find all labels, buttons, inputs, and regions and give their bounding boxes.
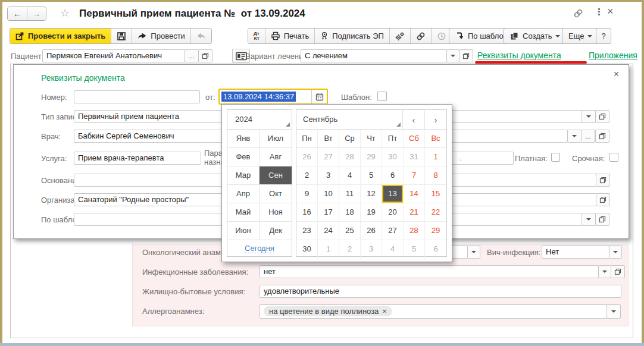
calendar-prev-button[interactable]: ‹ (402, 110, 424, 129)
calendar-day-cell[interactable]: 30 (296, 240, 318, 259)
create-button[interactable]: Создать (504, 28, 567, 44)
calendar-day-cell[interactable]: 15 (425, 185, 446, 203)
favorite-star-icon[interactable]: ☆ (60, 7, 70, 20)
service-field[interactable]: Прием врача-терапевта (74, 152, 201, 165)
requisites-link[interactable]: Реквизиты документа (477, 51, 561, 60)
calendar-month-cell[interactable]: Май (227, 203, 260, 222)
calendar-day-cell[interactable]: 16 (296, 203, 318, 222)
post-and-close-button[interactable]: Провести и закрыть (10, 29, 111, 43)
back-button[interactable]: ← (8, 7, 27, 20)
by-template-dropdown-button[interactable] (582, 213, 596, 226)
calendar-day-cell[interactable]: 5 (404, 240, 425, 259)
calendar-day-cell[interactable]: 13 (382, 185, 404, 203)
calendar-day-cell[interactable]: 31 (404, 148, 425, 166)
calendar-button[interactable] (311, 90, 327, 103)
calendar-day-cell[interactable]: 29 (425, 222, 446, 240)
patient-open-button[interactable] (198, 49, 212, 62)
calendar-day-cell[interactable]: 24 (318, 222, 339, 240)
save-button[interactable] (111, 29, 132, 43)
calendar-next-button[interactable]: › (424, 110, 446, 129)
housing-field[interactable]: удовлетворительные (260, 285, 621, 298)
calendar-month-cell[interactable]: Сен (260, 166, 292, 185)
doctor-dropdown-button[interactable] (567, 130, 582, 143)
calendar-day-cell[interactable]: 26 (361, 222, 382, 240)
type-open-button[interactable] (595, 110, 609, 123)
calendar-month-cell[interactable]: Июл (260, 130, 292, 148)
get-link-icon[interactable] (573, 8, 583, 18)
calendar-day-cell[interactable]: 20 (382, 203, 404, 222)
calendar-day-cell[interactable]: 14 (404, 185, 425, 203)
allergy-dropdown-button[interactable] (607, 304, 621, 319)
menu-dots-icon[interactable]: ⋮ (595, 7, 604, 17)
basis-open-button[interactable] (596, 174, 610, 187)
calendar-day-cell[interactable]: 8 (425, 166, 446, 185)
calendar-today-link[interactable]: Сегодня (245, 244, 274, 253)
calendar-day-cell[interactable]: 6 (382, 166, 404, 185)
template-checkbox[interactable] (377, 92, 387, 101)
calendar-month-cell[interactable]: Авг (260, 148, 292, 166)
calendar-month-cell[interactable]: Окт (260, 185, 292, 203)
calendar-day-cell[interactable]: 21 (404, 203, 425, 222)
treatment-dropdown-button[interactable] (446, 49, 459, 62)
dt-kt-button[interactable]: ДтКт (248, 29, 265, 43)
attach-link-button[interactable] (410, 29, 431, 43)
sign-ep-button[interactable]: Подписать ЭП (314, 29, 389, 43)
type-dropdown-button[interactable] (582, 110, 596, 123)
help-button[interactable]: ? (596, 28, 611, 44)
print-button[interactable]: Печать (265, 29, 315, 43)
calendar-day-cell[interactable]: 25 (339, 222, 361, 240)
calendar-day-cell[interactable]: 9 (296, 185, 318, 203)
calendar-day-cell[interactable]: 2 (339, 240, 361, 259)
calendar-day-cell[interactable]: 12 (361, 185, 382, 203)
by-template-open-button[interactable] (595, 213, 609, 226)
calendar-day-cell[interactable]: 4 (382, 240, 404, 259)
paid-checkbox[interactable] (551, 153, 560, 162)
window-close-button[interactable]: × (607, 5, 614, 18)
hiv-dropdown-button[interactable] (609, 246, 622, 259)
calendar-day-cell[interactable]: 29 (361, 148, 382, 166)
doctor-open-button[interactable] (595, 130, 609, 143)
calendar-day-cell[interactable]: 30 (382, 148, 404, 166)
calendar-month-cell[interactable]: Янв (227, 130, 260, 148)
patient-field[interactable]: Пермяков Евгений Анатольевич (42, 49, 185, 62)
post-button[interactable]: Провести (132, 29, 190, 43)
infectious-dropdown-button[interactable] (598, 265, 611, 278)
infectious-open-button[interactable] (611, 265, 625, 278)
calendar-day-cell[interactable]: 1 (318, 240, 339, 259)
calendar-day-cell[interactable]: 5 (361, 166, 382, 185)
treatment-open-button[interactable] (459, 49, 473, 62)
date-field[interactable]: 13.09.2024 14:36:37 (218, 89, 328, 105)
calendar-day-cell[interactable]: 18 (339, 203, 361, 222)
calendar-month-cell[interactable]: Дек (260, 222, 292, 240)
calendar-day-cell[interactable]: 6 (425, 240, 446, 259)
calendar-day-cell[interactable]: 1 (425, 148, 446, 166)
calendar-day-cell[interactable]: 7 (404, 166, 425, 185)
calendar-day-cell[interactable]: 26 (296, 148, 318, 166)
allergy-field[interactable]: на цветение в виде поллиноза× (260, 304, 607, 319)
treatment-combo[interactable]: С лечением (301, 49, 447, 62)
calendar-day-cell[interactable]: 4 (339, 166, 361, 185)
onco-dropdown-button[interactable] (467, 246, 480, 259)
chip-remove-icon[interactable]: × (382, 307, 387, 316)
params-date-field[interactable]: . . (445, 152, 514, 165)
attachments-link[interactable]: Приложения (589, 51, 637, 60)
hiv-field[interactable]: Нет (542, 246, 609, 259)
calendar-day-cell[interactable]: 22 (425, 203, 446, 222)
number-field[interactable] (74, 90, 200, 103)
undo-button[interactable] (190, 29, 211, 43)
calendar-month-cell[interactable]: Апр (227, 185, 260, 203)
calendar-day-cell[interactable]: 19 (361, 203, 382, 222)
urgent-checkbox[interactable] (609, 153, 618, 162)
settings-gears-button[interactable] (389, 29, 410, 43)
month-selector[interactable]: Сентябрь (296, 110, 402, 129)
calendar-day-cell[interactable]: 27 (318, 148, 339, 166)
calendar-day-cell[interactable]: 11 (339, 185, 361, 203)
more-button[interactable]: Еще (562, 28, 599, 44)
allergy-chip[interactable]: на цветение в виде поллиноза× (264, 306, 392, 316)
calendar-day-cell[interactable]: 3 (318, 166, 339, 185)
modal-close-button[interactable]: × (614, 69, 619, 80)
calendar-day-cell[interactable]: 27 (382, 222, 404, 240)
org-open-button[interactable] (596, 193, 610, 206)
calendar-day-cell[interactable]: 17 (318, 203, 339, 222)
calendar-day-cell[interactable]: 10 (318, 185, 339, 203)
